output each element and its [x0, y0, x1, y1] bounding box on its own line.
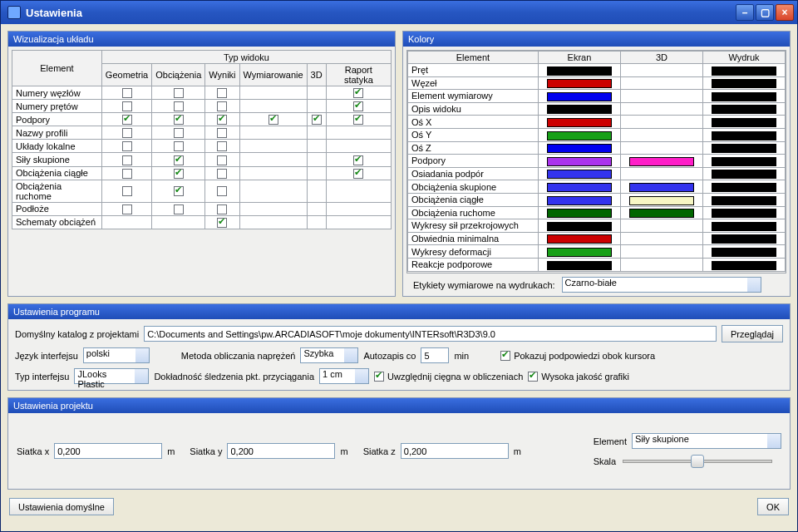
- browse-button[interactable]: Przeglądaj: [722, 325, 783, 342]
- color-swatch[interactable]: [547, 222, 612, 231]
- color-swatch[interactable]: [712, 261, 776, 270]
- color-swatch[interactable]: [712, 92, 776, 101]
- table-row: Schematy obciążeń: [12, 215, 392, 229]
- language-select[interactable]: polski: [83, 347, 150, 363]
- grid-x-input[interactable]: [54, 443, 162, 459]
- checkbox[interactable]: [353, 169, 363, 179]
- color-swatch[interactable]: [547, 183, 612, 192]
- checkbox[interactable]: [174, 204, 184, 214]
- checkbox[interactable]: [174, 115, 184, 125]
- autosave-input[interactable]: [421, 347, 449, 363]
- color-swatch[interactable]: [712, 170, 776, 179]
- scale-slider[interactable]: [623, 454, 772, 469]
- checkbox[interactable]: [217, 169, 227, 179]
- color-swatch[interactable]: [547, 144, 612, 153]
- high-quality-checkbox[interactable]: Wysoka jakość grafiki: [528, 372, 629, 382]
- table-row: Obciążenia ciągłe: [408, 193, 786, 206]
- color-swatch[interactable]: [712, 66, 776, 76]
- color-swatch[interactable]: [629, 183, 694, 192]
- color-swatch[interactable]: [547, 157, 612, 166]
- checkbox[interactable]: [122, 186, 132, 196]
- checkbox[interactable]: [353, 155, 363, 165]
- minutes-label: min: [454, 351, 469, 361]
- checkbox[interactable]: [353, 88, 363, 98]
- checkbox[interactable]: [122, 115, 132, 125]
- color-swatch[interactable]: [712, 118, 776, 127]
- color-swatch[interactable]: [547, 131, 612, 140]
- maximize-button[interactable]: ▢: [756, 4, 774, 21]
- ok-button[interactable]: OK: [757, 498, 789, 515]
- checkbox[interactable]: [122, 101, 132, 111]
- checkbox[interactable]: [217, 155, 227, 165]
- checkbox[interactable]: [217, 141, 227, 151]
- color-swatch[interactable]: [547, 248, 612, 257]
- checkbox[interactable]: [122, 155, 132, 165]
- checkbox[interactable]: [268, 115, 278, 125]
- stress-method-select[interactable]: Szybka: [300, 347, 358, 363]
- color-swatch[interactable]: [629, 196, 694, 205]
- color-swatch[interactable]: [712, 196, 776, 205]
- color-swatch[interactable]: [547, 79, 612, 88]
- color-swatch[interactable]: [712, 222, 776, 231]
- include-ties-checkbox[interactable]: Uwzględnij cięgna w obliczeniach: [374, 372, 523, 382]
- color-swatch[interactable]: [629, 209, 694, 218]
- grid-y-input[interactable]: [227, 443, 335, 459]
- titlebar[interactable]: Ustawienia – ▢ ×: [1, 1, 797, 24]
- checkbox[interactable]: [217, 101, 227, 111]
- checkbox[interactable]: [122, 141, 132, 151]
- checkbox[interactable]: [174, 186, 184, 196]
- color-swatch[interactable]: [712, 157, 776, 166]
- print-labels-select[interactable]: Czarno-białe: [562, 277, 761, 293]
- minimize-button[interactable]: –: [736, 4, 754, 21]
- table-row: Obciążenia ruchome: [408, 206, 786, 219]
- checkbox[interactable]: [122, 169, 132, 179]
- color-swatch[interactable]: [547, 105, 612, 114]
- checkbox[interactable]: [217, 128, 227, 138]
- checkbox[interactable]: [217, 88, 227, 98]
- color-swatch[interactable]: [547, 261, 612, 270]
- color-swatch[interactable]: [547, 66, 612, 76]
- grid-z-input[interactable]: [401, 443, 509, 459]
- element-select[interactable]: Siły skupione: [632, 433, 781, 449]
- snap-accuracy-select[interactable]: 1 cm: [319, 368, 369, 384]
- checkbox[interactable]: [122, 128, 132, 138]
- close-button[interactable]: ×: [776, 4, 794, 21]
- color-swatch[interactable]: [712, 79, 776, 88]
- checkbox[interactable]: [174, 169, 184, 179]
- checkbox[interactable]: [174, 128, 184, 138]
- show-hints-checkbox[interactable]: Pokazuj podpowiedzi obok kursora: [500, 351, 655, 361]
- checkbox[interactable]: [217, 218, 227, 228]
- table-row: Osiadania podpór: [408, 167, 786, 180]
- color-swatch[interactable]: [712, 131, 776, 140]
- checkbox[interactable]: [312, 115, 322, 125]
- checkbox[interactable]: [217, 115, 227, 125]
- autosave-label: Autozapis co: [363, 351, 416, 361]
- color-swatch[interactable]: [712, 209, 776, 218]
- checkbox[interactable]: [353, 101, 363, 111]
- interface-type-select[interactable]: JLooks Plastic: [74, 368, 149, 384]
- color-swatch[interactable]: [712, 144, 776, 153]
- defaults-button[interactable]: Ustawienia domyślne: [9, 498, 114, 515]
- checkbox[interactable]: [217, 204, 227, 214]
- color-swatch[interactable]: [547, 209, 612, 218]
- checkbox[interactable]: [174, 141, 184, 151]
- checkbox[interactable]: [122, 204, 132, 214]
- color-swatch[interactable]: [547, 118, 612, 127]
- color-swatch[interactable]: [712, 234, 776, 244]
- color-swatch[interactable]: [712, 183, 776, 192]
- color-swatch[interactable]: [547, 92, 612, 101]
- color-swatch[interactable]: [712, 248, 776, 257]
- color-swatch[interactable]: [547, 196, 612, 205]
- checkbox[interactable]: [353, 115, 363, 125]
- color-swatch[interactable]: [629, 157, 694, 166]
- checkbox[interactable]: [122, 88, 132, 98]
- color-swatch[interactable]: [547, 170, 612, 179]
- color-swatch[interactable]: [712, 105, 776, 114]
- checkbox[interactable]: [174, 88, 184, 98]
- color-swatch[interactable]: [547, 234, 612, 244]
- checkbox[interactable]: [174, 101, 184, 111]
- checkbox[interactable]: [217, 186, 227, 196]
- row-label: Wykresy sił przekrojowych: [408, 219, 539, 233]
- default-dir-input[interactable]: [144, 326, 717, 342]
- checkbox[interactable]: [174, 155, 184, 165]
